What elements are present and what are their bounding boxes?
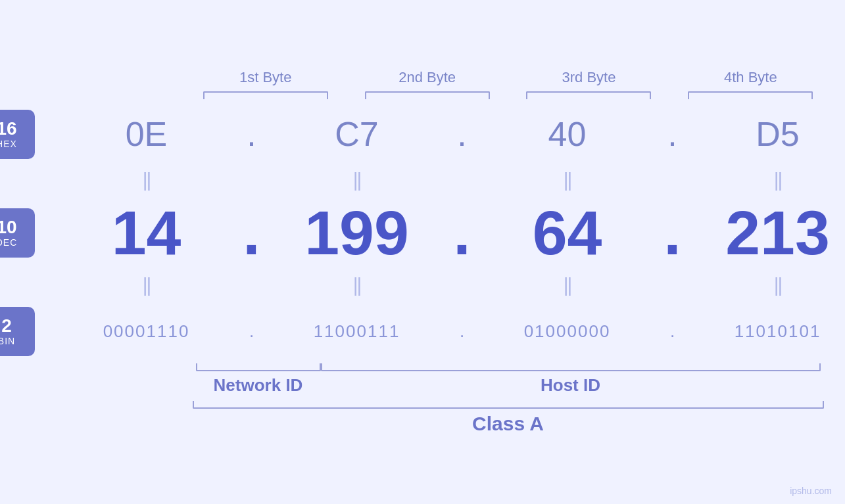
bin-dot-icon-1: . [249, 321, 254, 342]
equals-items-1: || || || || [58, 169, 846, 191]
equals-row-2: || || || || [0, 269, 845, 302]
byte-headers: 1st Byte 2nd Byte 3rd Byte 4th Byte [26, 69, 819, 99]
dec-dot-icon-1: . [243, 197, 260, 269]
eq-1-4: || [774, 169, 782, 191]
eq-2-4: || [774, 274, 782, 296]
bin-badge-num: 2 [1, 316, 12, 336]
dec-dot-3: . [656, 197, 689, 269]
watermark: ipshu.com [790, 486, 832, 496]
dec-badge-num: 10 [0, 218, 17, 238]
class-label: Class A [472, 413, 544, 435]
hex-badge: 16 HEX [0, 110, 35, 159]
bin-dot-icon-3: . [670, 321, 675, 342]
bracket-top-2 [365, 91, 490, 99]
dec-byte-2: 199 [304, 202, 409, 264]
equals-items-2: || || || || [58, 274, 846, 296]
eq-2-1: || [143, 274, 151, 296]
eq-1-3: || [564, 169, 571, 191]
byte-col-4: 4th Byte [683, 69, 819, 99]
hex-byte-4: D5 [756, 117, 799, 151]
bin-byte-4: 11010101 [735, 321, 821, 342]
byte-col-2: 2nd Byte [359, 69, 495, 99]
bin-dot-icon-2: . [460, 321, 464, 342]
hex-dot-3: . [656, 114, 689, 154]
byte-label-1: 1st Byte [239, 69, 291, 86]
dec-byte-4: 213 [725, 202, 830, 264]
hex-dot-icon-1: . [247, 114, 256, 154]
dec-data-row: 14 . 199 . 64 . 213 [58, 196, 846, 269]
hex-byte-1: 0E [126, 117, 168, 151]
dec-badge-label: DEC [0, 237, 17, 248]
network-host-section: Network ID Host ID [26, 363, 819, 396]
eq-2-2: || [353, 274, 361, 296]
eq-1-1: || [143, 169, 151, 191]
bin-byte-2: 11000111 [314, 321, 400, 342]
byte-label-3: 3rd Byte [562, 69, 616, 86]
hex-row: 16 HEX 0E . C7 . 40 . D5 [0, 104, 845, 164]
hex-data-row: 0E . C7 . 40 . D5 [58, 104, 846, 164]
bin-row: 2 BIN 00001110 . 11000111 . 01000000 . [0, 302, 845, 361]
bin-byte-3: 01000000 [524, 321, 611, 342]
eq-1-2: || [353, 169, 361, 191]
hex-dot-1: . [235, 114, 268, 154]
bin-badge-wrapper: 2 BIN [0, 307, 58, 356]
bin-badge-label: BIN [0, 336, 15, 346]
main-container: 1st Byte 2nd Byte 3rd Byte 4th Byte 16 H… [0, 0, 845, 504]
dec-byte-3: 64 [533, 202, 602, 264]
dec-dot-icon-2: . [453, 197, 470, 269]
dec-row: 10 DEC 14 . 199 . 64 . 213 [0, 196, 845, 269]
bracket-top-1 [203, 91, 328, 99]
dec-dot-2: . [446, 197, 479, 269]
byte-col-1: 1st Byte [197, 69, 333, 99]
equals-row-1: || || || || [0, 164, 845, 196]
dec-dot-1: . [235, 197, 268, 269]
network-id-col: Network ID [196, 363, 321, 396]
host-id-col: Host ID [321, 363, 821, 396]
bin-badge: 2 BIN [0, 307, 35, 356]
hex-byte-3: 40 [548, 117, 587, 151]
network-bracket [196, 363, 321, 371]
class-section: Class A [26, 401, 819, 435]
host-bracket [321, 363, 821, 371]
bin-dot-1: . [235, 321, 268, 342]
hex-badge-num: 16 [0, 119, 17, 139]
class-bracket [193, 401, 824, 409]
hex-badge-wrapper: 16 HEX [0, 110, 58, 159]
hex-dot-icon-2: . [457, 114, 466, 154]
bin-byte-1: 00001110 [103, 321, 190, 342]
byte-col-3: 3rd Byte [521, 69, 657, 99]
watermark-text: ipshu.com [790, 486, 832, 496]
eq-2-3: || [564, 274, 571, 296]
dec-byte-1: 14 [112, 202, 181, 264]
dec-badge-wrapper: 10 DEC [0, 208, 58, 258]
hex-badge-label: HEX [0, 139, 17, 149]
hex-dot-icon-3: . [667, 114, 677, 154]
byte-label-4: 4th Byte [724, 69, 777, 86]
bin-data-row: 00001110 . 11000111 . 01000000 . 1101010… [58, 302, 846, 361]
bin-dot-3: . [656, 321, 689, 342]
bracket-top-4 [688, 91, 813, 99]
host-id-label: Host ID [541, 375, 600, 396]
byte-label-2: 2nd Byte [398, 69, 456, 86]
dec-badge: 10 DEC [0, 208, 35, 258]
hex-byte-2: C7 [335, 117, 378, 151]
bin-dot-2: . [446, 321, 479, 342]
bracket-top-3 [526, 91, 651, 99]
network-id-label: Network ID [214, 375, 303, 396]
dec-dot-icon-3: . [664, 197, 681, 269]
hex-dot-2: . [446, 114, 479, 154]
